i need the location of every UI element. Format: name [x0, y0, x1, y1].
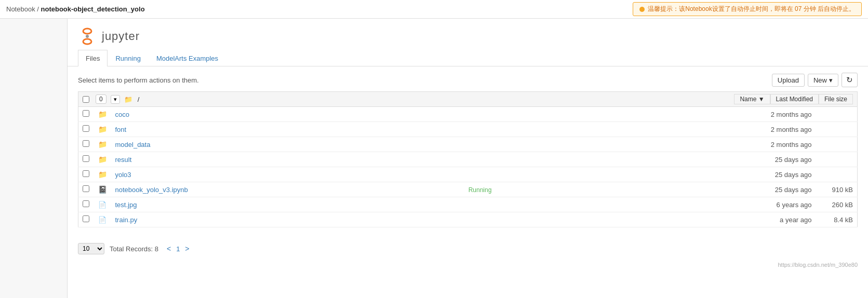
file-link-2[interactable]: model_data	[115, 141, 151, 148]
page-nav: < 1 >	[164, 243, 193, 254]
file-link-5[interactable]: notebook_yolo_v3.ipynb	[115, 186, 188, 194]
attribution-text: https://blog.csdn.net/m_390e80	[778, 262, 858, 268]
column-headers: Name ▼ Last Modified File size	[500, 94, 853, 104]
row-size-cell: 910 kB	[816, 182, 858, 197]
table-row: 📁 yolo3 25 days ago	[78, 167, 858, 182]
jupyter-header: jupyter	[68, 19, 868, 50]
total-records: Total Records: 8	[110, 245, 158, 253]
row-name-cell: font	[111, 122, 464, 137]
row-name-cell: model_data	[111, 137, 464, 152]
breadcrumb: Notebook / notebook-object_detection_yol…	[6, 5, 145, 13]
row-checkbox-1[interactable]	[83, 125, 89, 132]
row-icon-cell: 📁	[94, 122, 111, 137]
row-modified-cell: 6 years ago	[602, 197, 816, 212]
file-link-3[interactable]: result	[115, 156, 132, 164]
row-name-cell: test.jpg	[111, 197, 464, 212]
warning-text: 温馨提示：该Notebook设置了自动停止时间，即将在 07 分钟 后自动停止。	[648, 5, 855, 13]
warning-dot-icon	[639, 7, 645, 12]
row-checkbox-4[interactable]	[83, 170, 89, 177]
row-name-cell: coco	[111, 107, 464, 122]
col-name-header[interactable]: Name ▼	[734, 94, 770, 104]
check-all-checkbox[interactable]	[83, 96, 89, 103]
row-icon-cell: 📁	[94, 152, 111, 167]
new-label: New	[813, 76, 827, 84]
header-path: /	[138, 96, 140, 103]
row-icon-cell: 📄	[94, 212, 111, 227]
row-modified-cell: 25 days ago	[602, 182, 816, 197]
row-size-cell	[816, 107, 858, 122]
row-checkbox-2[interactable]	[83, 140, 89, 147]
table-row: 📁 model_data 2 months ago	[78, 137, 858, 152]
row-size-cell	[816, 137, 858, 152]
table-row: 📓 notebook_yolo_v3.ipynb Running 25 days…	[78, 182, 858, 197]
toolbar-right: Upload New ▾ ↻	[772, 73, 858, 87]
file-link-7[interactable]: train.py	[115, 216, 138, 224]
file-link-0[interactable]: coco	[115, 111, 129, 118]
new-button[interactable]: New ▾	[808, 74, 838, 87]
row-checkbox-3[interactable]	[83, 155, 89, 162]
file-list-container: 0 ▾ 📁 / Name ▼ Last Modified File size 📁	[68, 91, 868, 238]
folder-icon: 📁	[98, 140, 107, 148]
row-status-cell	[464, 167, 602, 182]
row-status-cell	[464, 212, 602, 227]
row-modified-cell: a year ago	[602, 212, 816, 227]
row-status-cell	[464, 152, 602, 167]
table-row: 📁 font 2 months ago	[78, 122, 858, 137]
file-icon: 📄	[98, 216, 106, 224]
select-items-text: Select items to perform actions on them.	[78, 76, 199, 84]
row-check-cell	[78, 122, 94, 137]
row-check-cell	[78, 197, 94, 212]
tab-modelarts[interactable]: ModelArts Examples	[149, 50, 226, 66]
upload-button[interactable]: Upload	[772, 74, 805, 87]
col-size-header[interactable]: File size	[819, 94, 853, 104]
table-row: 📄 train.py a year ago 8.4 kB	[78, 212, 858, 227]
row-size-cell	[816, 122, 858, 137]
row-size-cell: 8.4 kB	[816, 212, 858, 227]
row-icon-cell: 📁	[94, 167, 111, 182]
row-name-cell: notebook_yolo_v3.ipynb	[111, 182, 464, 197]
per-page-select[interactable]: 102550100	[78, 243, 104, 254]
row-modified-cell: 2 months ago	[602, 122, 816, 137]
row-size-cell	[816, 167, 858, 182]
prev-page-button[interactable]: <	[164, 243, 174, 254]
file-link-4[interactable]: yolo3	[115, 171, 131, 179]
row-size-cell: 260 kB	[816, 197, 858, 212]
tab-running[interactable]: Running	[108, 50, 148, 66]
file-link-1[interactable]: font	[115, 126, 127, 133]
row-checkbox-6[interactable]	[83, 200, 89, 207]
running-badge: Running	[469, 186, 492, 194]
row-check-cell	[78, 167, 94, 182]
row-modified-cell: 25 days ago	[602, 167, 816, 182]
tab-bar: Files Running ModelArts Examples	[68, 50, 868, 66]
row-icon-cell: 📁	[94, 107, 111, 122]
next-page-button[interactable]: >	[182, 243, 192, 254]
table-row: 📁 coco 2 months ago	[78, 107, 858, 122]
list-header-bar: 0 ▾ 📁 / Name ▼ Last Modified File size	[78, 91, 858, 106]
file-link-6[interactable]: test.jpg	[115, 201, 137, 209]
col-modified-header[interactable]: Last Modified	[770, 94, 819, 104]
refresh-button[interactable]: ↻	[842, 73, 858, 87]
row-checkbox-7[interactable]	[83, 215, 89, 222]
row-checkbox-5[interactable]	[83, 185, 89, 192]
row-checkbox-0[interactable]	[83, 110, 89, 117]
folder-icon: 📁	[98, 125, 107, 133]
count-dropdown-button[interactable]: ▾	[111, 95, 120, 104]
current-page: 1	[176, 245, 180, 253]
row-modified-cell: 25 days ago	[602, 152, 816, 167]
main-layout: jupyter Files Running ModelArts Examples…	[0, 19, 868, 298]
svg-point-1	[83, 39, 91, 44]
row-status-cell: Running	[464, 182, 602, 197]
row-status-cell	[464, 197, 602, 212]
toolbar-row: Select items to perform actions on them.…	[68, 66, 868, 91]
row-name-cell: train.py	[111, 212, 464, 227]
row-icon-cell: 📁	[94, 137, 111, 152]
row-status-cell	[464, 137, 602, 152]
breadcrumb-current: notebook-object_detection_yolo	[41, 5, 145, 13]
svg-point-2	[86, 35, 89, 38]
row-icon-cell: 📄	[94, 197, 111, 212]
row-modified-cell: 2 months ago	[602, 137, 816, 152]
warning-banner: 温馨提示：该Notebook设置了自动停止时间，即将在 07 分钟 后自动停止。	[633, 2, 862, 16]
breadcrumb-notebook[interactable]: Notebook	[6, 5, 35, 13]
row-icon-cell: 📓	[94, 182, 111, 197]
tab-files[interactable]: Files	[78, 50, 108, 66]
